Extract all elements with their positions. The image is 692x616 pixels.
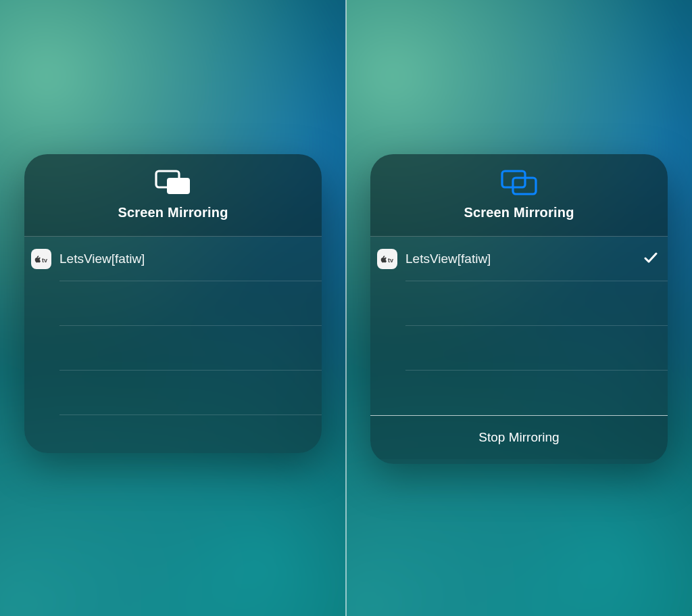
device-list: tv LetsView[fatiw] bbox=[370, 237, 668, 415]
stop-mirroring-button[interactable]: Stop Mirroring bbox=[370, 416, 668, 459]
screen-mirroring-panel: Screen Mirroring tv LetsView[fatiw] bbox=[370, 154, 668, 464]
apple-tv-icon: tv bbox=[377, 249, 397, 269]
device-row-empty bbox=[405, 326, 668, 371]
apple-tv-icon: tv bbox=[31, 249, 51, 269]
device-row-empty bbox=[59, 281, 322, 326]
device-label: LetsView[fatiw] bbox=[59, 252, 145, 266]
panel-header: Screen Mirroring bbox=[24, 154, 322, 237]
device-row-empty bbox=[59, 326, 322, 371]
svg-text:tv: tv bbox=[388, 256, 393, 263]
device-row-empty bbox=[405, 371, 668, 415]
screenshot-divider bbox=[345, 0, 347, 616]
checkmark-icon bbox=[643, 250, 658, 268]
device-row-letsview[interactable]: tv LetsView[fatiw] bbox=[405, 237, 668, 281]
svg-rect-1 bbox=[167, 178, 190, 194]
screen-mirroring-icon bbox=[155, 170, 191, 198]
left-screen: Screen Mirroring tv LetsView[fatiw] bbox=[0, 0, 346, 616]
panel-header: Screen Mirroring bbox=[370, 154, 668, 237]
right-screen: Screen Mirroring tv LetsView[fatiw] bbox=[346, 0, 692, 616]
screen-mirroring-icon bbox=[501, 170, 537, 198]
device-row-empty bbox=[405, 281, 668, 326]
device-row-empty bbox=[59, 371, 322, 415]
device-label: LetsView[fatiw] bbox=[405, 252, 491, 266]
screen-mirroring-panel: Screen Mirroring tv LetsView[fatiw] bbox=[24, 154, 322, 453]
device-row-letsview[interactable]: tv LetsView[fatiw] bbox=[59, 237, 322, 281]
svg-text:tv: tv bbox=[42, 256, 47, 263]
stop-mirroring-label: Stop Mirroring bbox=[478, 430, 559, 445]
device-row-empty bbox=[59, 415, 322, 453]
panel-title: Screen Mirroring bbox=[118, 205, 228, 220]
device-list: tv LetsView[fatiw] bbox=[24, 237, 322, 453]
panel-title: Screen Mirroring bbox=[464, 205, 574, 220]
